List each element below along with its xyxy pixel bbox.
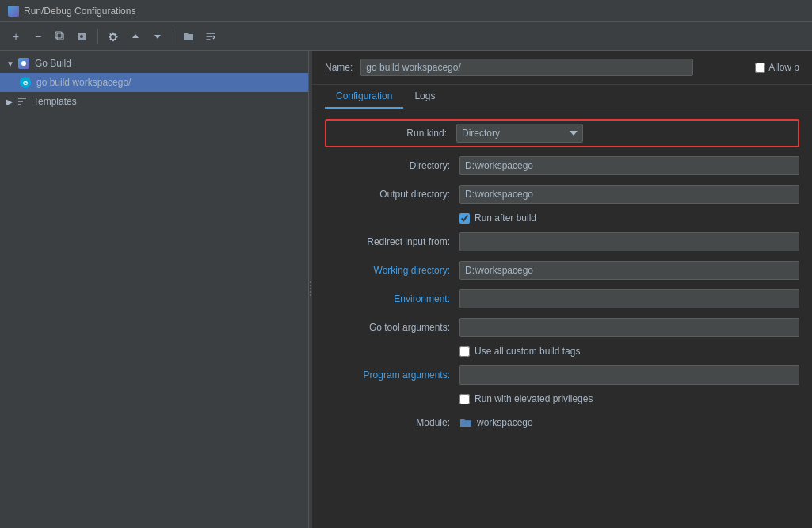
left-panel: ▼ Go Build G go build workspacego/ ▶ xyxy=(0,51,309,528)
environment-row: Environment: xyxy=(325,289,799,309)
go-tool-arguments-label: Go tool arguments: xyxy=(325,322,459,333)
templates-icon xyxy=(16,95,29,108)
allow-section: Allow p xyxy=(755,62,799,73)
templates-label: Templates xyxy=(33,96,77,107)
allow-label: Allow p xyxy=(768,62,799,73)
name-label: Name: xyxy=(325,62,353,73)
module-value: workspacego xyxy=(459,417,533,428)
config-content: Run kind: File Directory Package Directo… xyxy=(312,109,812,528)
module-label: Module: xyxy=(325,417,459,428)
tree-section: ▼ Go Build G go build workspacego/ ▶ xyxy=(0,51,308,528)
tree-group-label: Go Build xyxy=(35,58,71,69)
output-directory-label: Output directory: xyxy=(325,189,459,200)
copy-button[interactable] xyxy=(51,27,70,46)
run-with-elevated-privileges-label: Run with elevated privileges xyxy=(475,393,593,404)
toolbar-separator-2 xyxy=(173,29,173,44)
chevron-right-icon: ▶ xyxy=(6,98,13,106)
program-arguments-label: Program arguments: xyxy=(325,369,459,381)
run-kind-select[interactable]: File Directory Package xyxy=(456,124,583,143)
directory-row: Directory: xyxy=(325,155,799,176)
folder-button[interactable] xyxy=(179,27,198,46)
svg-point-2 xyxy=(21,61,26,66)
name-input[interactable] xyxy=(360,59,693,76)
settings-button[interactable] xyxy=(104,27,123,46)
environment-label: Environment: xyxy=(325,293,459,304)
add-button[interactable]: + xyxy=(6,27,25,46)
use-all-custom-build-tags-row: Use all custom build tags xyxy=(325,346,799,357)
go-tool-arguments-row: Go tool arguments: xyxy=(325,317,799,338)
go-build-group-icon xyxy=(17,57,30,70)
use-all-custom-build-tags-label: Use all custom build tags xyxy=(475,346,580,357)
main-layout: ▼ Go Build G go build workspacego/ ▶ xyxy=(0,51,812,528)
toolbar-separator-1 xyxy=(97,29,98,44)
output-directory-input[interactable] xyxy=(459,185,799,204)
right-panel: Name: Allow p Configuration Logs Run kin… xyxy=(312,51,812,528)
module-value-text: workspacego xyxy=(477,417,533,428)
run-kind-row: Run kind: File Directory Package xyxy=(325,119,799,147)
toolbar: + − xyxy=(0,22,812,51)
redirect-input-label: Redirect input from: xyxy=(315,236,450,247)
sort-button[interactable] xyxy=(201,27,220,46)
working-directory-label: Working directory: xyxy=(325,265,459,276)
directory-label: Directory: xyxy=(325,160,459,171)
tabs-bar: Configuration Logs xyxy=(312,85,812,109)
app-icon xyxy=(8,6,19,17)
tree-group-templates[interactable]: ▶ Templates xyxy=(0,92,308,111)
save-button[interactable] xyxy=(73,27,92,46)
module-folder-icon xyxy=(459,417,472,428)
run-with-elevated-privileges-row: Run with elevated privileges xyxy=(325,393,799,404)
tree-item-go-build-workspace[interactable]: G go build workspacego/ xyxy=(0,73,308,92)
program-arguments-row: Program arguments: xyxy=(325,365,799,385)
tab-logs[interactable]: Logs xyxy=(403,85,446,109)
down-button[interactable] xyxy=(148,27,167,46)
run-after-build-checkbox[interactable] xyxy=(459,213,470,224)
go-tool-arguments-input[interactable] xyxy=(459,318,799,337)
run-after-build-row: Run after build xyxy=(325,212,799,224)
working-directory-row: Working directory: xyxy=(325,260,799,281)
module-row: Module: workspacego xyxy=(325,412,799,433)
title-bar-text: Run/Debug Configurations xyxy=(24,6,135,17)
remove-button[interactable]: − xyxy=(29,27,48,46)
tab-configuration[interactable]: Configuration xyxy=(325,85,403,109)
name-row: Name: Allow p xyxy=(312,51,812,85)
run-kind-label: Run kind: xyxy=(331,128,456,139)
redirect-input-field[interactable] xyxy=(459,232,799,251)
allow-checkbox[interactable] xyxy=(755,63,765,73)
working-directory-input[interactable] xyxy=(459,261,799,280)
program-arguments-input[interactable] xyxy=(459,365,799,385)
run-with-elevated-privileges-checkbox[interactable] xyxy=(459,394,470,404)
output-directory-row: Output directory: xyxy=(325,184,799,205)
use-all-custom-build-tags-checkbox[interactable] xyxy=(459,346,470,357)
chevron-down-icon: ▼ xyxy=(6,59,14,68)
tree-item-label: go build workspacego/ xyxy=(36,77,131,88)
environment-input[interactable] xyxy=(459,289,799,308)
run-after-build-label: Run after build xyxy=(475,212,536,224)
directory-input[interactable] xyxy=(459,156,799,175)
svg-rect-1 xyxy=(55,32,62,38)
splitter-handle xyxy=(310,281,311,297)
up-button[interactable] xyxy=(126,27,145,46)
title-bar: Run/Debug Configurations xyxy=(0,0,812,22)
redirect-input-row: Redirect input from: xyxy=(325,231,799,252)
tree-group-go-build[interactable]: ▼ Go Build xyxy=(0,54,308,73)
go-build-item-icon: G xyxy=(19,76,32,89)
svg-rect-0 xyxy=(57,33,63,40)
